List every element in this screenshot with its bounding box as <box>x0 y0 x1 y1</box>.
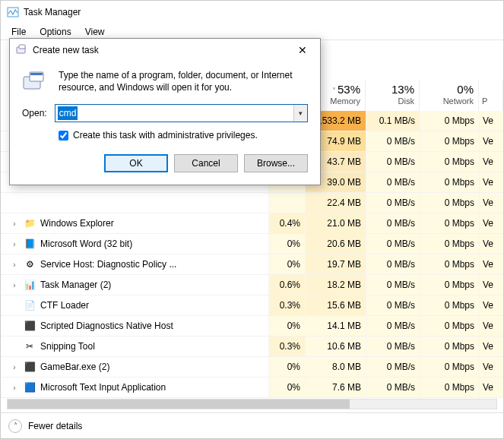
cell-network: 0 Mbps <box>420 316 479 336</box>
process-name: Task Manager (2) <box>40 280 111 290</box>
process-row[interactable]: ⬛Scripted Diagnostics Native Host0%14.1 … <box>1 316 503 336</box>
process-icon: 📁 <box>24 217 36 229</box>
cell-memory: 20.6 MB <box>305 234 366 254</box>
dialog-description: Type the name of a program, folder, docu… <box>59 69 308 93</box>
process-row-left: 📄CTF Loader <box>1 299 268 311</box>
process-row[interactable]: ›📁Windows Explorer0.4%21.0 MB0 MB/s0 Mbp… <box>1 213 503 234</box>
expander-icon[interactable]: › <box>10 281 19 289</box>
open-input-selection: cmd <box>58 106 78 120</box>
cell-cpu: 0.4% <box>268 213 305 233</box>
dialog-title: Create new task <box>33 45 99 55</box>
process-icon: ✂ <box>24 340 36 352</box>
process-row[interactable]: ›⚙Service Host: Diagnostic Policy ...0%1… <box>1 254 503 275</box>
menu-view[interactable]: View <box>79 25 111 39</box>
chevron-up-icon[interactable]: ˄ <box>8 419 22 433</box>
cell-cpu: 0.3% <box>268 295 305 315</box>
expander-icon[interactable]: › <box>10 220 19 228</box>
process-row[interactable]: ›📘Microsoft Word (32 bit)0%20.6 MB0 MB/s… <box>1 234 503 254</box>
cell-memory: 7.6 MB <box>305 377 366 397</box>
cell-p: Ve <box>479 336 503 356</box>
window-title: Task Manager <box>24 7 81 17</box>
open-label: Open: <box>22 108 47 118</box>
open-combobox[interactable]: cmd ▾ <box>55 104 308 122</box>
cell-memory: 10.6 MB <box>305 336 366 356</box>
svg-rect-5 <box>30 73 43 75</box>
process-name: GameBar.exe (2) <box>40 362 109 372</box>
open-input[interactable] <box>55 104 308 122</box>
expander-icon[interactable]: › <box>10 363 19 371</box>
cell-disk: 0 MB/s <box>366 193 420 213</box>
cell-disk: 0 MB/s <box>366 357 420 377</box>
columns-header: ˅53% Memory 13% Disk 0% Network P <box>305 80 503 112</box>
process-icon: 📄 <box>24 299 36 311</box>
cell-p: Ve <box>479 316 503 336</box>
expander-icon[interactable]: › <box>10 384 19 392</box>
ok-button[interactable]: OK <box>104 154 168 172</box>
scrollbar-thumb[interactable] <box>8 400 350 409</box>
dialog-body: Type the name of a program, folder, docu… <box>10 62 320 185</box>
process-row-left: ›📁Windows Explorer <box>1 217 268 229</box>
close-icon: ✕ <box>298 44 307 56</box>
cell-disk: 0 MB/s <box>366 152 420 172</box>
cell-p: Ve <box>479 172 503 192</box>
dialog-titlebar[interactable]: Create new task ✕ <box>10 39 320 62</box>
fewer-details-button[interactable]: Fewer details <box>28 421 82 431</box>
close-button[interactable]: ✕ <box>291 43 314 58</box>
process-icon: ⬛ <box>24 361 36 373</box>
cell-network: 0 Mbps <box>420 357 479 377</box>
process-row-left: ✂Snipping Tool <box>1 340 268 352</box>
column-header-p[interactable]: P <box>479 80 503 112</box>
process-row-left: ⬛Scripted Diagnostics Native Host <box>1 320 268 332</box>
cell-network: 0 Mbps <box>420 131 479 151</box>
cell-p: Ve <box>479 193 503 213</box>
process-row[interactable]: ›⬛GameBar.exe (2)0%8.0 MB0 MB/s0 MbpsVe <box>1 357 503 377</box>
process-name: Microsoft Text Input Application <box>40 382 166 393</box>
process-row[interactable]: 22.4 MB0 MB/s0 MbpsVe <box>1 193 503 213</box>
run-icon <box>22 69 49 93</box>
sort-indicator-icon: ˅ <box>332 87 336 95</box>
cell-p: Ve <box>479 295 503 315</box>
cell-network: 0 Mbps <box>420 193 479 213</box>
process-icon: ⚙ <box>24 258 36 270</box>
cell-p: Ve <box>479 152 503 172</box>
cell-cpu: 0.3% <box>268 336 305 356</box>
cell-network: 0 Mbps <box>420 336 479 356</box>
process-name: Service Host: Diagnostic Policy ... <box>40 259 176 270</box>
cell-network: 0 Mbps <box>420 377 479 397</box>
cell-disk: 0 MB/s <box>366 254 420 274</box>
process-row[interactable]: ✂Snipping Tool0.3%10.6 MB0 MB/s0 MbpsVe <box>1 336 503 357</box>
menu-file[interactable]: File <box>5 25 32 39</box>
process-row[interactable]: ›🟦Microsoft Text Input Application0%7.6 … <box>1 377 503 398</box>
browse-button[interactable]: Browse... <box>244 154 308 172</box>
taskmanager-icon <box>7 6 19 18</box>
expander-icon[interactable]: › <box>10 261 19 269</box>
cell-disk: 0 MB/s <box>366 316 420 336</box>
combobox-dropdown-button[interactable]: ▾ <box>293 105 307 122</box>
cell-disk: 0 MB/s <box>366 336 420 356</box>
process-icon: 🟦 <box>24 381 36 393</box>
menu-options[interactable]: Options <box>33 25 77 39</box>
admin-privileges-checkbox[interactable] <box>59 131 68 141</box>
cell-memory: 15.6 MB <box>305 295 366 315</box>
titlebar: Task Manager <box>1 1 503 24</box>
process-row[interactable]: ›📊Task Manager (2)0.6%18.2 MB0 MB/s0 Mbp… <box>1 275 503 295</box>
horizontal-scrollbar[interactable] <box>7 399 497 409</box>
cell-disk: 0 MB/s <box>366 172 420 192</box>
process-row-left: ›⚙Service Host: Diagnostic Policy ... <box>1 258 268 270</box>
cell-p: Ve <box>479 234 503 254</box>
process-name: Snipping Tool <box>40 341 95 352</box>
cell-network: 0 Mbps <box>420 275 479 295</box>
cell-p: Ve <box>479 131 503 151</box>
process-row[interactable]: 📄CTF Loader0.3%15.6 MB0 MB/s0 MbpsVe <box>1 295 503 316</box>
column-header-network[interactable]: 0% Network <box>420 80 479 112</box>
column-header-disk[interactable]: 13% Disk <box>366 80 420 112</box>
cell-disk: 0 MB/s <box>366 213 420 233</box>
process-name: CTF Loader <box>40 300 89 311</box>
cell-disk: 0 MB/s <box>366 131 420 151</box>
cancel-button[interactable]: Cancel <box>174 154 238 172</box>
cell-memory: 8.0 MB <box>305 357 366 377</box>
cell-network: 0 Mbps <box>420 172 479 192</box>
expander-icon[interactable]: › <box>10 240 19 248</box>
cell-disk: 0.1 MB/s <box>366 111 420 131</box>
cell-cpu: 0% <box>268 316 305 336</box>
